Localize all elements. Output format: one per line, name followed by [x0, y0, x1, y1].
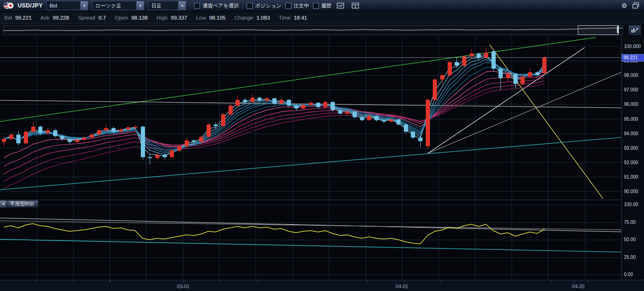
quote-spread: Spread0.7: [78, 15, 106, 21]
chart-type-select[interactable]: ローソク足 ▼: [92, 1, 144, 10]
quote-ask: Ask99.228: [41, 15, 69, 21]
select-pair-checkbox[interactable]: 通貨ペアを選択: [194, 2, 239, 9]
chevron-down-icon: ▼: [80, 1, 88, 10]
price-tick-label: 92.000: [624, 160, 638, 165]
quote-open: Open98.138: [115, 15, 147, 21]
rsi-title: 平滑型RSI: [10, 201, 34, 208]
chart-window-icon: [337, 2, 345, 9]
fx-chart-app: USD/JPY Bid ▼ ローソク足 ▼ 日足 ▼ 通貨ペアを選択 ポジション…: [0, 0, 644, 291]
navigator-zoom-button[interactable]: [629, 25, 641, 35]
rsi-header: ✕ 平滑型RSI: [0, 201, 38, 208]
window-stack-icon: [632, 2, 639, 9]
rsi-tick-label: 75.00: [624, 220, 636, 225]
timeframe-select[interactable]: 日足 ▼: [148, 1, 186, 10]
quote-bar: Bid99.221 Ask99.228 Spread0.7 Open98.138…: [0, 12, 644, 24]
price-axis[interactable]: 99.221 100.00099.00098.00097.00096.00095…: [621, 36, 644, 280]
rsi-panel: ✕ 平滑型RSI: [0, 200, 621, 280]
quote-change: Change1.083: [235, 15, 270, 21]
separator: [242, 2, 243, 9]
checkbox-box: [285, 3, 291, 9]
rsi-close-button[interactable]: ✕: [0, 201, 7, 208]
rsi-tick-label: 0.00: [624, 272, 633, 277]
open-orders-checkbox[interactable]: 注文中: [285, 2, 309, 9]
time-tick-label: 04-01: [396, 284, 409, 289]
separator: [190, 2, 190, 9]
overview-canvas[interactable]: [3, 26, 623, 35]
chevron-down-icon: ▼: [178, 1, 186, 10]
chevron-down-icon: ▼: [136, 1, 144, 10]
price-tick-label: 97.000: [624, 87, 638, 92]
time-axis[interactable]: 03-0104-0104-20: [0, 280, 644, 291]
price-tick-label: 100.000: [624, 44, 641, 49]
checkbox-box: [194, 3, 200, 9]
quote-bid: Bid99.221: [4, 15, 32, 21]
new-chart-window-button[interactable]: [335, 1, 346, 10]
navigator-strip[interactable]: [3, 25, 623, 35]
rsi-tick-label: 100.00: [624, 202, 638, 207]
history-checkbox[interactable]: 履歴: [313, 2, 332, 9]
quote-high: High99.337: [157, 15, 187, 21]
toolbar: USD/JPY Bid ▼ ローソク足 ▼ 日足 ▼ 通貨ペアを選択 ポジション…: [0, 0, 644, 12]
rsi-chart-canvas[interactable]: [0, 200, 621, 280]
navigator-selection[interactable]: [578, 25, 619, 35]
price-tick-label: 95.000: [624, 117, 638, 122]
quote-time: Time18:41: [279, 15, 307, 21]
main-chart-area: [0, 36, 621, 200]
price-tick-label: 96.000: [624, 102, 638, 107]
scale-chart-icon: [631, 27, 638, 33]
price-tick-label: 93.000: [624, 146, 638, 151]
window-stack-button[interactable]: [630, 1, 641, 10]
price-tick-label: 94.000: [624, 131, 638, 136]
price-tick-label: 90.000: [624, 189, 638, 194]
layout-grid-icon: [352, 2, 360, 9]
rsi-tick-label: 50.00: [624, 237, 636, 242]
currency-pair-flags-icon: [3, 1, 14, 10]
rsi-tick-label: 25.00: [624, 255, 636, 260]
price-tick-label: 91.000: [624, 174, 638, 180]
currency-pair-label: USD/JPY: [18, 2, 42, 9]
positions-checkbox[interactable]: ポジション: [247, 2, 281, 9]
checkbox-box: [313, 3, 319, 9]
chart-layout-button[interactable]: [350, 1, 361, 10]
quote-low: Low98.105: [196, 15, 225, 21]
time-tick-label: 03-01: [177, 284, 190, 289]
settings-gear-button[interactable]: ⚙: [621, 2, 627, 9]
price-tick-label: 98.000: [624, 73, 638, 78]
time-tick-label: 04-20: [572, 284, 585, 289]
overview-navigator: [0, 24, 644, 36]
price-chart-canvas[interactable]: [0, 36, 621, 200]
current-price-badge: 99.221: [622, 54, 644, 62]
toolbar-right-group: ⚙: [621, 1, 641, 10]
price-type-select[interactable]: Bid ▼: [46, 1, 88, 10]
checkbox-box: [247, 3, 253, 9]
